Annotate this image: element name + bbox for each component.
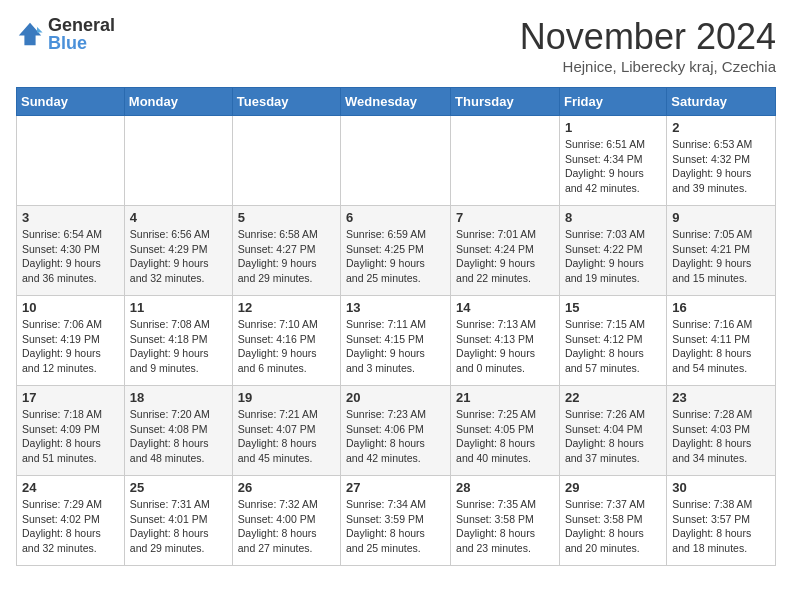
- calendar-week-row: 24Sunrise: 7:29 AM Sunset: 4:02 PM Dayli…: [17, 476, 776, 566]
- header: General Blue November 2024 Hejnice, Libe…: [16, 16, 776, 75]
- title-area: November 2024 Hejnice, Liberecky kraj, C…: [520, 16, 776, 75]
- calendar-cell: 19Sunrise: 7:21 AM Sunset: 4:07 PM Dayli…: [232, 386, 340, 476]
- day-info: Sunrise: 7:05 AM Sunset: 4:21 PM Dayligh…: [672, 227, 770, 286]
- calendar-cell: 30Sunrise: 7:38 AM Sunset: 3:57 PM Dayli…: [667, 476, 776, 566]
- day-info: Sunrise: 7:15 AM Sunset: 4:12 PM Dayligh…: [565, 317, 661, 376]
- day-number: 30: [672, 480, 770, 495]
- day-number: 29: [565, 480, 661, 495]
- day-number: 6: [346, 210, 445, 225]
- day-info: Sunrise: 7:01 AM Sunset: 4:24 PM Dayligh…: [456, 227, 554, 286]
- calendar-cell: 21Sunrise: 7:25 AM Sunset: 4:05 PM Dayli…: [451, 386, 560, 476]
- location-title: Hejnice, Liberecky kraj, Czechia: [520, 58, 776, 75]
- day-number: 15: [565, 300, 661, 315]
- day-info: Sunrise: 7:18 AM Sunset: 4:09 PM Dayligh…: [22, 407, 119, 466]
- day-info: Sunrise: 6:59 AM Sunset: 4:25 PM Dayligh…: [346, 227, 445, 286]
- calendar-cell: 13Sunrise: 7:11 AM Sunset: 4:15 PM Dayli…: [341, 296, 451, 386]
- day-number: 24: [22, 480, 119, 495]
- day-number: 4: [130, 210, 227, 225]
- weekday-header-tuesday: Tuesday: [232, 88, 340, 116]
- calendar-week-row: 1Sunrise: 6:51 AM Sunset: 4:34 PM Daylig…: [17, 116, 776, 206]
- day-info: Sunrise: 7:25 AM Sunset: 4:05 PM Dayligh…: [456, 407, 554, 466]
- day-info: Sunrise: 7:06 AM Sunset: 4:19 PM Dayligh…: [22, 317, 119, 376]
- day-info: Sunrise: 7:35 AM Sunset: 3:58 PM Dayligh…: [456, 497, 554, 556]
- calendar-cell: 4Sunrise: 6:56 AM Sunset: 4:29 PM Daylig…: [124, 206, 232, 296]
- day-number: 13: [346, 300, 445, 315]
- day-number: 7: [456, 210, 554, 225]
- calendar-week-row: 10Sunrise: 7:06 AM Sunset: 4:19 PM Dayli…: [17, 296, 776, 386]
- day-number: 28: [456, 480, 554, 495]
- logo: General Blue: [16, 16, 115, 52]
- day-number: 12: [238, 300, 335, 315]
- calendar-week-row: 3Sunrise: 6:54 AM Sunset: 4:30 PM Daylig…: [17, 206, 776, 296]
- day-info: Sunrise: 7:21 AM Sunset: 4:07 PM Dayligh…: [238, 407, 335, 466]
- calendar-cell: 6Sunrise: 6:59 AM Sunset: 4:25 PM Daylig…: [341, 206, 451, 296]
- day-number: 21: [456, 390, 554, 405]
- day-info: Sunrise: 7:08 AM Sunset: 4:18 PM Dayligh…: [130, 317, 227, 376]
- calendar-cell: 8Sunrise: 7:03 AM Sunset: 4:22 PM Daylig…: [559, 206, 666, 296]
- calendar: SundayMondayTuesdayWednesdayThursdayFrid…: [16, 87, 776, 566]
- weekday-header-friday: Friday: [559, 88, 666, 116]
- day-info: Sunrise: 7:38 AM Sunset: 3:57 PM Dayligh…: [672, 497, 770, 556]
- calendar-cell: 24Sunrise: 7:29 AM Sunset: 4:02 PM Dayli…: [17, 476, 125, 566]
- day-number: 1: [565, 120, 661, 135]
- day-number: 10: [22, 300, 119, 315]
- weekday-header-saturday: Saturday: [667, 88, 776, 116]
- day-number: 18: [130, 390, 227, 405]
- calendar-cell: 3Sunrise: 6:54 AM Sunset: 4:30 PM Daylig…: [17, 206, 125, 296]
- day-number: 14: [456, 300, 554, 315]
- day-info: Sunrise: 7:32 AM Sunset: 4:00 PM Dayligh…: [238, 497, 335, 556]
- svg-marker-0: [19, 23, 41, 45]
- day-number: 27: [346, 480, 445, 495]
- day-info: Sunrise: 7:23 AM Sunset: 4:06 PM Dayligh…: [346, 407, 445, 466]
- day-info: Sunrise: 7:34 AM Sunset: 3:59 PM Dayligh…: [346, 497, 445, 556]
- day-number: 23: [672, 390, 770, 405]
- day-info: Sunrise: 7:16 AM Sunset: 4:11 PM Dayligh…: [672, 317, 770, 376]
- logo-text-blue: Blue: [48, 33, 87, 53]
- day-info: Sunrise: 7:10 AM Sunset: 4:16 PM Dayligh…: [238, 317, 335, 376]
- day-info: Sunrise: 6:54 AM Sunset: 4:30 PM Dayligh…: [22, 227, 119, 286]
- day-number: 3: [22, 210, 119, 225]
- calendar-cell: 1Sunrise: 6:51 AM Sunset: 4:34 PM Daylig…: [559, 116, 666, 206]
- calendar-cell: 12Sunrise: 7:10 AM Sunset: 4:16 PM Dayli…: [232, 296, 340, 386]
- calendar-cell: [124, 116, 232, 206]
- day-info: Sunrise: 6:53 AM Sunset: 4:32 PM Dayligh…: [672, 137, 770, 196]
- calendar-week-row: 17Sunrise: 7:18 AM Sunset: 4:09 PM Dayli…: [17, 386, 776, 476]
- day-number: 8: [565, 210, 661, 225]
- day-number: 20: [346, 390, 445, 405]
- calendar-cell: 20Sunrise: 7:23 AM Sunset: 4:06 PM Dayli…: [341, 386, 451, 476]
- calendar-cell: 29Sunrise: 7:37 AM Sunset: 3:58 PM Dayli…: [559, 476, 666, 566]
- calendar-cell: 14Sunrise: 7:13 AM Sunset: 4:13 PM Dayli…: [451, 296, 560, 386]
- day-info: Sunrise: 7:37 AM Sunset: 3:58 PM Dayligh…: [565, 497, 661, 556]
- day-number: 25: [130, 480, 227, 495]
- day-info: Sunrise: 7:13 AM Sunset: 4:13 PM Dayligh…: [456, 317, 554, 376]
- calendar-cell: 15Sunrise: 7:15 AM Sunset: 4:12 PM Dayli…: [559, 296, 666, 386]
- day-number: 5: [238, 210, 335, 225]
- calendar-cell: 17Sunrise: 7:18 AM Sunset: 4:09 PM Dayli…: [17, 386, 125, 476]
- calendar-cell: 26Sunrise: 7:32 AM Sunset: 4:00 PM Dayli…: [232, 476, 340, 566]
- day-info: Sunrise: 7:31 AM Sunset: 4:01 PM Dayligh…: [130, 497, 227, 556]
- weekday-header-wednesday: Wednesday: [341, 88, 451, 116]
- calendar-cell: 27Sunrise: 7:34 AM Sunset: 3:59 PM Dayli…: [341, 476, 451, 566]
- day-info: Sunrise: 7:28 AM Sunset: 4:03 PM Dayligh…: [672, 407, 770, 466]
- calendar-header-row: SundayMondayTuesdayWednesdayThursdayFrid…: [17, 88, 776, 116]
- day-info: Sunrise: 7:11 AM Sunset: 4:15 PM Dayligh…: [346, 317, 445, 376]
- calendar-cell: 2Sunrise: 6:53 AM Sunset: 4:32 PM Daylig…: [667, 116, 776, 206]
- weekday-header-thursday: Thursday: [451, 88, 560, 116]
- day-number: 9: [672, 210, 770, 225]
- calendar-cell: 28Sunrise: 7:35 AM Sunset: 3:58 PM Dayli…: [451, 476, 560, 566]
- day-info: Sunrise: 6:56 AM Sunset: 4:29 PM Dayligh…: [130, 227, 227, 286]
- calendar-cell: 25Sunrise: 7:31 AM Sunset: 4:01 PM Dayli…: [124, 476, 232, 566]
- day-number: 17: [22, 390, 119, 405]
- logo-icon: [16, 20, 44, 48]
- calendar-cell: 7Sunrise: 7:01 AM Sunset: 4:24 PM Daylig…: [451, 206, 560, 296]
- calendar-cell: [341, 116, 451, 206]
- day-info: Sunrise: 6:58 AM Sunset: 4:27 PM Dayligh…: [238, 227, 335, 286]
- calendar-cell: 10Sunrise: 7:06 AM Sunset: 4:19 PM Dayli…: [17, 296, 125, 386]
- weekday-header-sunday: Sunday: [17, 88, 125, 116]
- day-number: 16: [672, 300, 770, 315]
- day-number: 22: [565, 390, 661, 405]
- calendar-cell: [17, 116, 125, 206]
- day-number: 2: [672, 120, 770, 135]
- day-number: 11: [130, 300, 227, 315]
- day-info: Sunrise: 6:51 AM Sunset: 4:34 PM Dayligh…: [565, 137, 661, 196]
